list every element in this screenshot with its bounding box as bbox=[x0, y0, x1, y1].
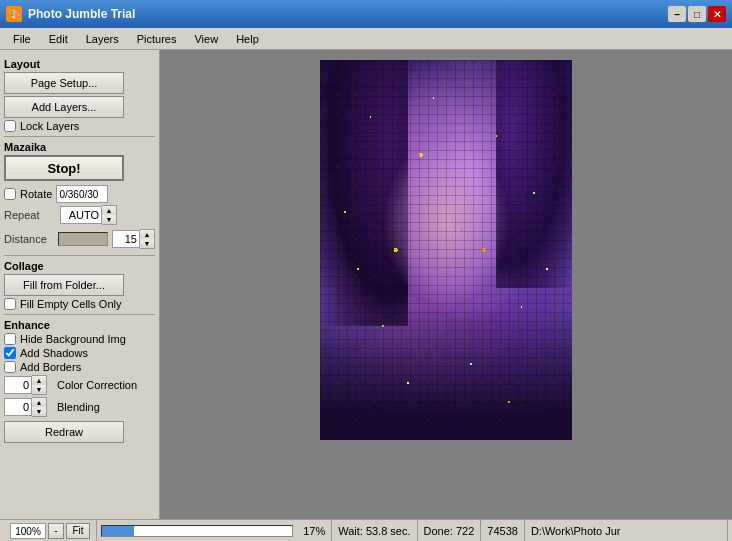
canvas-area[interactable] bbox=[160, 50, 732, 519]
enhance-section-header: Enhance bbox=[4, 319, 155, 331]
color-correction-down-button[interactable]: ▼ bbox=[32, 385, 46, 394]
titlebar: 🎨 Photo Jumble Trial – □ ✕ bbox=[0, 0, 732, 28]
menu-help[interactable]: Help bbox=[227, 30, 268, 48]
distance-spin-buttons: ▲ ▼ bbox=[140, 229, 155, 249]
lock-layers-row: Lock Layers bbox=[4, 120, 155, 132]
fill-empty-checkbox[interactable] bbox=[4, 298, 16, 310]
rotate-value-input[interactable] bbox=[56, 185, 108, 203]
mosaic-grid bbox=[320, 60, 572, 440]
blending-spinner: ▲ ▼ bbox=[4, 397, 47, 417]
menu-pictures[interactable]: Pictures bbox=[128, 30, 186, 48]
zoom-display: 100% bbox=[10, 523, 46, 539]
layout-section-header: Layout bbox=[4, 58, 155, 70]
repeat-spinner: ▲ ▼ bbox=[60, 205, 117, 225]
add-borders-checkbox[interactable] bbox=[4, 361, 16, 373]
color-correction-up-button[interactable]: ▲ bbox=[32, 376, 46, 385]
page-setup-button[interactable]: Page Setup... bbox=[4, 72, 124, 94]
rotate-row: Rotate bbox=[4, 185, 155, 203]
repeat-up-button[interactable]: ▲ bbox=[102, 206, 116, 215]
hide-bg-row: Hide Background Img bbox=[4, 333, 155, 345]
add-borders-label: Add Borders bbox=[20, 361, 81, 373]
divider-2 bbox=[4, 255, 155, 256]
repeat-down-button[interactable]: ▼ bbox=[102, 215, 116, 224]
menu-file[interactable]: File bbox=[4, 30, 40, 48]
mazaika-section-header: Mazaika bbox=[4, 141, 155, 153]
status-percent: 17% bbox=[297, 520, 332, 541]
done-text: Done: 722 bbox=[424, 525, 475, 537]
status-wait: Wait: 53.8 sec. bbox=[332, 520, 417, 541]
redraw-button[interactable]: Redraw bbox=[4, 421, 124, 443]
stop-button[interactable]: Stop! bbox=[4, 155, 124, 181]
wait-text: Wait: 53.8 sec. bbox=[338, 525, 410, 537]
blending-up-button[interactable]: ▲ bbox=[32, 398, 46, 407]
status-path: D:\Work\Photo Jur bbox=[525, 520, 728, 541]
distance-label: Distance bbox=[4, 233, 52, 245]
lock-layers-checkbox[interactable] bbox=[4, 120, 16, 132]
blending-row: ▲ ▼ Blending bbox=[4, 397, 155, 417]
repeat-input[interactable] bbox=[60, 206, 102, 224]
hide-bg-checkbox[interactable] bbox=[4, 333, 16, 345]
distance-down-button[interactable]: ▼ bbox=[140, 239, 154, 248]
distance-row: Distance ▲ ▼ bbox=[4, 227, 155, 251]
percent-text: 17% bbox=[303, 525, 325, 537]
close-button[interactable]: ✕ bbox=[708, 6, 726, 22]
count-text: 74538 bbox=[487, 525, 518, 537]
fill-from-folder-button[interactable]: Fill from Folder... bbox=[4, 274, 124, 296]
sidebar: Layout Page Setup... Add Layers... Lock … bbox=[0, 50, 160, 519]
menu-edit[interactable]: Edit bbox=[40, 30, 77, 48]
blending-down-button[interactable]: ▼ bbox=[32, 407, 46, 416]
blending-spin-buttons: ▲ ▼ bbox=[32, 397, 47, 417]
distance-slider[interactable] bbox=[58, 232, 108, 246]
distance-slider-area: ▲ ▼ bbox=[58, 229, 155, 249]
divider-3 bbox=[4, 314, 155, 315]
color-correction-label: Color Correction bbox=[57, 379, 137, 391]
distance-spinner: ▲ ▼ bbox=[112, 229, 155, 249]
add-layers-button[interactable]: Add Layers... bbox=[4, 96, 124, 118]
statusbar: 100% - Fit 17% Wait: 53.8 sec. Done: 722… bbox=[0, 519, 732, 541]
menu-layers[interactable]: Layers bbox=[77, 30, 128, 48]
blending-input[interactable] bbox=[4, 398, 32, 416]
fairy-image bbox=[320, 60, 572, 440]
distance-input[interactable] bbox=[112, 230, 140, 248]
repeat-label: Repeat bbox=[4, 209, 54, 221]
window-title: Photo Jumble Trial bbox=[28, 7, 668, 21]
image-canvas bbox=[320, 60, 572, 440]
add-shadows-checkbox[interactable] bbox=[4, 347, 16, 359]
color-correction-row: ▲ ▼ Color Correction bbox=[4, 375, 155, 395]
color-correction-spinner: ▲ ▼ bbox=[4, 375, 47, 395]
progress-bar-fill bbox=[102, 526, 134, 536]
menubar: File Edit Layers Pictures View Help bbox=[0, 28, 732, 50]
divider-1 bbox=[4, 136, 155, 137]
add-borders-row: Add Borders bbox=[4, 361, 155, 373]
window-controls: – □ ✕ bbox=[668, 6, 726, 22]
status-done: Done: 722 bbox=[418, 520, 482, 541]
main-area: Layout Page Setup... Add Layers... Lock … bbox=[0, 50, 732, 519]
rotate-label: Rotate bbox=[20, 188, 52, 200]
repeat-spin-buttons: ▲ ▼ bbox=[102, 205, 117, 225]
blending-label: Blending bbox=[57, 401, 100, 413]
repeat-row: Repeat ▲ ▼ bbox=[4, 205, 155, 225]
add-shadows-label: Add Shadows bbox=[20, 347, 88, 359]
collage-section-header: Collage bbox=[4, 260, 155, 272]
fit-button[interactable]: Fit bbox=[66, 523, 90, 539]
path-text: D:\Work\Photo Jur bbox=[531, 525, 621, 537]
zoom-controls: 100% - Fit bbox=[4, 520, 97, 541]
color-correction-input[interactable] bbox=[4, 376, 32, 394]
rotate-checkbox[interactable] bbox=[4, 188, 16, 200]
fill-empty-row: Fill Empty Cells Only bbox=[4, 298, 155, 310]
progress-bar-container bbox=[101, 525, 293, 537]
add-shadows-row: Add Shadows bbox=[4, 347, 155, 359]
minimize-button[interactable]: – bbox=[668, 6, 686, 22]
fill-empty-label: Fill Empty Cells Only bbox=[20, 298, 121, 310]
status-count: 74538 bbox=[481, 520, 525, 541]
menu-view[interactable]: View bbox=[185, 30, 227, 48]
app-icon: 🎨 bbox=[6, 6, 22, 22]
zoom-minus-button[interactable]: - bbox=[48, 523, 64, 539]
distance-up-button[interactable]: ▲ bbox=[140, 230, 154, 239]
maximize-button[interactable]: □ bbox=[688, 6, 706, 22]
color-correction-spin-buttons: ▲ ▼ bbox=[32, 375, 47, 395]
lock-layers-label: Lock Layers bbox=[20, 120, 79, 132]
hide-bg-label: Hide Background Img bbox=[20, 333, 126, 345]
